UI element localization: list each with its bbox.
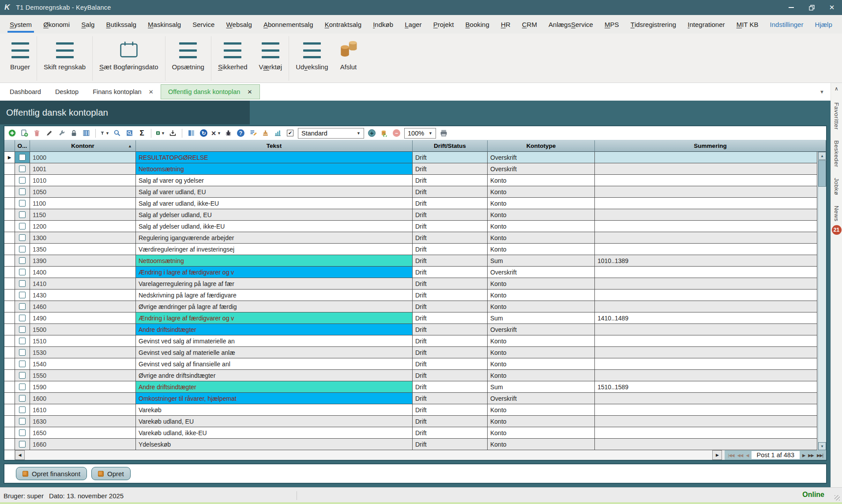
zoom-grid-icon[interactable] bbox=[125, 128, 134, 138]
checkbox-cell[interactable] bbox=[15, 209, 30, 220]
ribbon-button-sikkerhed[interactable]: Sikkerhed bbox=[212, 34, 253, 83]
row-checkbox[interactable] bbox=[19, 441, 26, 448]
ribbon-button-sæt-bogføringsdato[interactable]: Sæt Bogføringsdato bbox=[94, 34, 164, 83]
chart-icon[interactable] bbox=[273, 128, 282, 138]
view-select[interactable]: Standard▼ bbox=[298, 128, 364, 139]
clear-icon[interactable]: ✕▼ bbox=[211, 128, 221, 138]
column-header-kontonr[interactable]: Kontonr▲ bbox=[30, 140, 136, 152]
table-row[interactable]: 1300Regulering igangværende arbejderDrif… bbox=[4, 232, 817, 244]
table-row[interactable]: 1660YdelseskøbDriftKonto bbox=[4, 439, 817, 450]
checkbox-cell[interactable] bbox=[15, 152, 30, 163]
table-row[interactable]: 1610VarekøbDriftKonto bbox=[4, 404, 817, 416]
menu-item-mps[interactable]: MPS bbox=[605, 15, 619, 34]
menu-item-anlægsservice[interactable]: AnlægsService bbox=[549, 15, 593, 34]
zoom-select[interactable]: 100%▼ bbox=[404, 128, 436, 139]
menu-item-booking[interactable]: Booking bbox=[466, 15, 489, 34]
checkbox-cell[interactable] bbox=[15, 267, 30, 278]
scroll-left-button[interactable]: ◀ bbox=[15, 450, 25, 460]
table-row[interactable]: 1550Øvrige andre driftsindtægterDriftKon… bbox=[4, 370, 817, 381]
checkbox-cell[interactable] bbox=[15, 175, 30, 186]
checkbox-cell[interactable] bbox=[15, 301, 30, 312]
menu-item-økonomi[interactable]: Økonomi bbox=[43, 15, 70, 34]
table-row[interactable]: 1490Ændring i lagre af færdigvarer og vD… bbox=[4, 312, 817, 324]
table-row[interactable]: 1010Salg af varer og ydelserDriftKonto bbox=[4, 175, 817, 186]
side-tab-jobkø[interactable]: Jobkø bbox=[833, 178, 840, 195]
prev-page-button[interactable]: ◀◀ bbox=[737, 453, 743, 458]
resize-grip[interactable] bbox=[834, 495, 840, 500]
side-tab-favoritter[interactable]: Favoritter bbox=[833, 102, 840, 130]
next-record-button[interactable]: ▶ bbox=[802, 453, 805, 458]
table-row[interactable]: 1510Gevinst ved salg af immaterielle anD… bbox=[4, 335, 817, 347]
side-tab-beskeder[interactable]: Beskeder bbox=[833, 140, 840, 167]
checkbox-cell[interactable] bbox=[15, 198, 30, 209]
table-row[interactable]: 1150Salg af ydelser udland, EUDriftKonto bbox=[4, 209, 817, 221]
checkbox-cell[interactable] bbox=[15, 221, 30, 232]
checkbox-cell[interactable] bbox=[15, 427, 30, 438]
checkbox-cell[interactable] bbox=[15, 244, 30, 255]
ribbon-button-skift-regnskab[interactable]: Skift regnskab bbox=[38, 34, 91, 83]
vertical-scrollbar[interactable]: ▲ ▼ bbox=[818, 152, 826, 450]
print-icon[interactable] bbox=[439, 128, 448, 138]
menu-item-mit-kb[interactable]: MIT KB bbox=[737, 15, 759, 34]
debug-icon[interactable] bbox=[224, 128, 233, 138]
table-row[interactable]: ▶1000RESULTATOPGØRELSEDriftOverskrift bbox=[4, 152, 817, 163]
checkbox-cell[interactable] bbox=[15, 312, 30, 323]
coins-refresh-icon[interactable] bbox=[380, 128, 389, 138]
row-checkbox[interactable] bbox=[19, 223, 26, 229]
checkbox-cell[interactable] bbox=[15, 186, 30, 197]
tab-finans-kontoplan[interactable]: Finans kontoplan✕ bbox=[86, 84, 161, 99]
close-button[interactable]: ✕ bbox=[822, 0, 842, 15]
row-checkbox[interactable] bbox=[19, 384, 26, 390]
filter-icon[interactable]: ▼ bbox=[100, 128, 109, 138]
tab-desktop[interactable]: Desktop bbox=[48, 84, 86, 99]
table-row[interactable]: 1500Andre driftsindtægterDriftOverskrift bbox=[4, 324, 817, 335]
ribbon-button-afslut[interactable]: Afslut bbox=[334, 34, 363, 83]
table-row[interactable]: 1050Salg af varer udland, EUDriftKonto bbox=[4, 186, 817, 198]
row-checkbox[interactable] bbox=[19, 338, 26, 344]
import-icon[interactable] bbox=[168, 128, 177, 138]
scrollbar-thumb[interactable] bbox=[818, 160, 826, 187]
menu-item-service[interactable]: Service bbox=[192, 15, 214, 34]
menu-item-projekt[interactable]: Projekt bbox=[433, 15, 454, 34]
column-header-summering[interactable]: Summering bbox=[595, 140, 826, 152]
refresh-icon[interactable]: ↻ bbox=[199, 128, 208, 138]
row-checkbox[interactable] bbox=[19, 429, 26, 436]
duplicate-record-icon[interactable] bbox=[20, 128, 29, 138]
opret-button[interactable]: Opret bbox=[91, 467, 131, 480]
menu-item-hr[interactable]: HR bbox=[501, 15, 511, 34]
help-icon[interactable]: ? bbox=[236, 128, 245, 138]
menu-item-indstillinger[interactable]: Indstillinger bbox=[770, 15, 804, 34]
row-checkbox[interactable] bbox=[19, 280, 26, 287]
columns-icon[interactable] bbox=[82, 128, 91, 138]
table-row[interactable]: 1630Varekøb udland, EUDriftKonto bbox=[4, 416, 817, 427]
row-checkbox[interactable] bbox=[19, 200, 26, 207]
row-checkbox[interactable] bbox=[19, 269, 26, 275]
checkbox-cell[interactable] bbox=[15, 381, 30, 392]
row-checkbox[interactable] bbox=[19, 246, 26, 252]
restore-button[interactable] bbox=[801, 0, 822, 15]
row-checkbox[interactable] bbox=[19, 395, 26, 402]
checkbox-cell[interactable] bbox=[15, 232, 30, 243]
row-checkbox[interactable] bbox=[19, 154, 26, 161]
checkbox-cell[interactable] bbox=[15, 255, 30, 266]
column-header-tekst[interactable]: Tekst bbox=[136, 140, 413, 152]
menu-item-integrationer[interactable]: Integrationer bbox=[688, 15, 725, 34]
approve-icon[interactable] bbox=[261, 128, 270, 138]
row-checkbox[interactable] bbox=[19, 165, 26, 172]
menu-item-salg[interactable]: Salg bbox=[81, 15, 94, 34]
column-header-kontotype[interactable]: Kontotype bbox=[488, 140, 595, 152]
checkbox-icon[interactable]: ✔ bbox=[286, 128, 295, 138]
tools-icon[interactable] bbox=[57, 128, 66, 138]
row-checkbox[interactable] bbox=[19, 211, 26, 218]
checkbox-cell[interactable] bbox=[15, 335, 30, 346]
row-checkbox[interactable] bbox=[19, 372, 26, 379]
table-row[interactable]: 1430Nedskrivning på lagre af færdigvareD… bbox=[4, 290, 817, 301]
row-checkbox[interactable] bbox=[19, 303, 26, 310]
table-row[interactable]: 1410Varelagerregulering på lagre af færD… bbox=[4, 278, 817, 290]
excel-export-icon[interactable]: ▼ bbox=[156, 128, 165, 138]
checkbox-cell[interactable] bbox=[15, 370, 30, 381]
ribbon-button-opsætning[interactable]: Opsætning bbox=[166, 34, 210, 83]
row-checkbox[interactable] bbox=[19, 315, 26, 321]
ribbon-button-værktøj[interactable]: Værktøj bbox=[253, 34, 288, 83]
table-row[interactable]: 1590Andre driftsindtægterDriftSum1510..1… bbox=[4, 381, 817, 393]
